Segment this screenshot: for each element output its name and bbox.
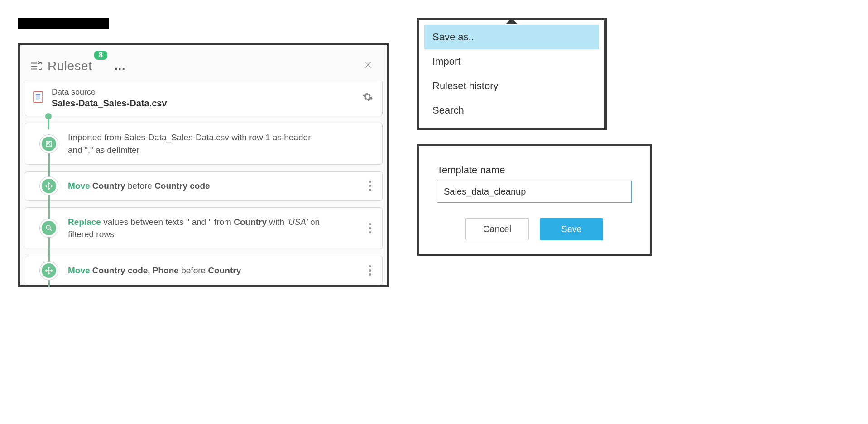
datasource-filename: Sales-Data_Sales-Data.csv	[52, 98, 167, 108]
ruleset-count-badge: 8	[94, 51, 107, 60]
template-name-input[interactable]	[437, 181, 632, 203]
rule-step-import[interactable]: Imported from Sales-Data_Sales-Data.csv …	[25, 123, 383, 165]
svg-line-11	[48, 143, 50, 145]
svg-rect-5	[34, 91, 43, 102]
redacted-block	[18, 18, 109, 29]
rule-step-text: Replace values between texts '' and '' f…	[68, 216, 321, 241]
document-icon	[33, 91, 43, 105]
rail-segment	[48, 117, 49, 129]
ruleset-menu-dropdown: Save as.. Import Ruleset history Search	[417, 18, 607, 130]
svg-line-15	[50, 229, 52, 231]
import-step-icon	[40, 135, 58, 153]
cancel-button[interactable]: Cancel	[465, 218, 529, 240]
move-step-icon	[40, 262, 58, 280]
replace-step-icon	[40, 219, 58, 237]
template-name-label: Template name	[437, 164, 632, 176]
rule-step-move[interactable]: Move Country before Country code	[25, 171, 383, 201]
save-button[interactable]: Save	[540, 218, 603, 240]
ruleset-title-text: Ruleset	[48, 59, 92, 73]
menu-item-ruleset-history[interactable]: Ruleset history	[424, 74, 599, 98]
rule-step-move[interactable]: Move Country code, Phone before Country	[25, 256, 383, 286]
datasource-settings-button[interactable]	[362, 91, 373, 105]
rule-step-replace[interactable]: Replace values between texts '' and '' f…	[25, 207, 383, 249]
datasource-card[interactable]: Data source Sales-Data_Sales-Data.csv	[25, 80, 383, 116]
menu-item-import[interactable]: Import	[424, 49, 599, 74]
move-step-icon	[40, 177, 58, 195]
rule-more-button[interactable]	[367, 265, 373, 276]
close-icon	[364, 60, 373, 69]
ruleset-more-button[interactable]: …	[114, 59, 126, 73]
rule-step-text: Imported from Sales-Data_Sales-Data.csv …	[68, 131, 321, 156]
rule-step-text: Move Country code, Phone before Country	[68, 264, 321, 277]
ruleset-header: Ruleset 8 …	[25, 53, 383, 80]
menu-item-search[interactable]: Search	[424, 98, 599, 123]
rule-more-button[interactable]	[367, 181, 373, 191]
ruleset-panel: Ruleset 8 … Data source Sales-D	[18, 43, 389, 287]
save-template-dialog: Template name Cancel Save	[417, 144, 652, 256]
dropdown-caret-icon	[506, 18, 517, 24]
ruleset-title: Ruleset 8	[48, 59, 92, 73]
rule-more-button[interactable]	[367, 223, 373, 233]
rule-step-text: Move Country before Country code	[68, 180, 321, 192]
close-button[interactable]	[361, 57, 375, 74]
datasource-label: Data source	[52, 87, 167, 97]
menu-item-save-as[interactable]: Save as..	[424, 25, 599, 49]
gear-icon	[362, 91, 373, 102]
ruleset-icon	[29, 59, 43, 73]
